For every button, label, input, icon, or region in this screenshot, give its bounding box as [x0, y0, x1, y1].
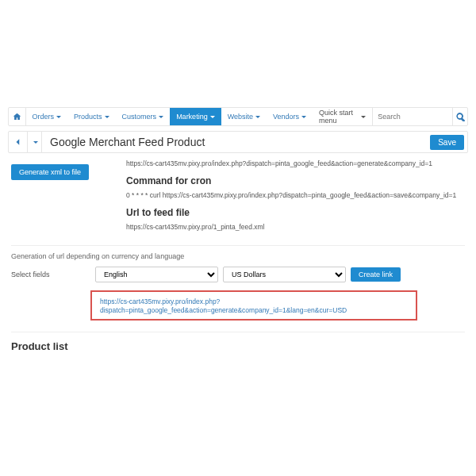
select-fields-label: Select fields [11, 271, 90, 278]
nav-website[interactable]: Website [221, 108, 267, 125]
save-button[interactable]: Save [430, 135, 464, 150]
feed-url-text: https://cs-cart435mv.pixy.pro/1_pinta_fe… [126, 223, 465, 231]
home-icon[interactable] [9, 108, 26, 125]
quickstart-menu[interactable]: Quick start menu [313, 109, 372, 125]
dropdown-button[interactable] [28, 132, 42, 152]
generated-link-box: https://cs-cart435mv.pixy.pro/index.php?… [90, 290, 417, 321]
divider [11, 245, 465, 246]
generated-link[interactable]: https://cs-cart435mv.pixy.pro/index.php?… [100, 298, 347, 314]
create-link-button[interactable]: Create link [351, 267, 401, 282]
cron-heading: Command for cron [126, 175, 465, 186]
caret-icon [301, 116, 306, 118]
top-navigation: Orders Products Customers Marketing Webs… [8, 107, 468, 126]
back-button[interactable] [9, 132, 28, 152]
nav-orders[interactable]: Orders [26, 108, 68, 125]
svg-point-0 [457, 113, 462, 118]
product-list-heading: Product list [11, 340, 465, 352]
caret-icon [159, 116, 163, 118]
search-input[interactable] [373, 108, 452, 125]
title-bar: Google Merchant Feed Product Save [8, 131, 468, 153]
nav-products[interactable]: Products [67, 108, 116, 125]
caret-icon [56, 116, 61, 118]
page-title: Google Merchant Feed Product [42, 136, 430, 148]
divider [11, 332, 465, 332]
language-select[interactable]: English [95, 267, 218, 282]
dispatch-url-text: https://cs-cart435mv.pixy.pro/index.php?… [126, 159, 465, 167]
caret-icon [105, 116, 109, 118]
caret-icon [255, 116, 260, 118]
nav-customers[interactable]: Customers [116, 108, 171, 125]
search-box [372, 108, 452, 125]
search-button[interactable] [452, 108, 467, 125]
cron-command-text: 0 * * * * curl https://cs-cart435mv.pixy… [126, 191, 465, 199]
helper-text: Generation of url depending on currency … [11, 252, 465, 260]
caret-icon [210, 116, 215, 118]
select-fields-row: Select fields English US Dollars Create … [11, 267, 465, 282]
generate-xml-button[interactable]: Generate xml to file [11, 164, 89, 180]
currency-select[interactable]: US Dollars [223, 267, 346, 282]
content-area: Generate xml to file https://cs-cart435m… [8, 159, 468, 352]
caret-icon [33, 141, 38, 144]
nav-vendors[interactable]: Vendors [267, 108, 313, 125]
feed-url-heading: Url to feed file [126, 207, 465, 218]
nav-marketing[interactable]: Marketing [170, 108, 221, 125]
caret-icon [361, 116, 366, 118]
